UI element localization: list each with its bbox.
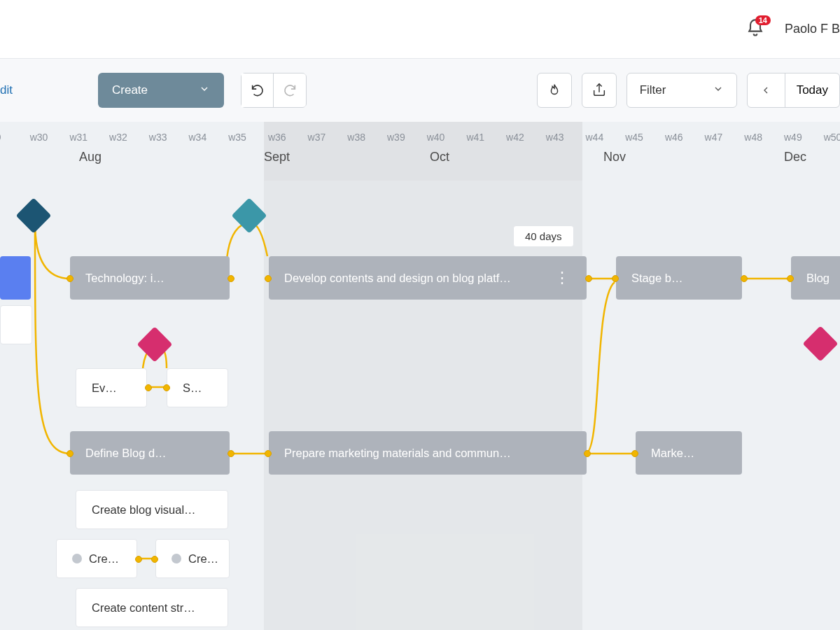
share-icon: [592, 83, 607, 98]
week-label: w46: [665, 132, 683, 143]
week-label: w37: [308, 132, 326, 143]
task-bar[interactable]: Develop contents and design on blog plat…: [269, 256, 587, 300]
connector-port[interactable]: [612, 275, 619, 282]
task-card[interactable]: Create content str…: [76, 588, 228, 627]
undo-redo-group: [241, 73, 307, 108]
connector-port[interactable]: [66, 450, 74, 457]
more-vert-icon[interactable]: ⋮: [547, 269, 571, 287]
task-label: Blog: [806, 272, 830, 285]
task-card[interactable]: S…: [167, 368, 228, 407]
undo-button[interactable]: [241, 74, 274, 107]
flame-icon: [547, 83, 562, 98]
task-card[interactable]: Cre…: [56, 539, 137, 578]
month-label: Oct: [430, 150, 449, 164]
status-dot-icon: [172, 554, 181, 564]
flame-button[interactable]: [537, 73, 572, 108]
task-bar[interactable]: Blog: [791, 256, 840, 300]
connector-port[interactable]: [585, 275, 592, 282]
connector-port[interactable]: [741, 275, 748, 282]
week-label: w31: [69, 132, 88, 143]
task-bar[interactable]: Prepare marketing materials and commun…: [269, 431, 587, 475]
duration-badge: 40 days: [513, 225, 574, 247]
share-button[interactable]: [582, 73, 617, 108]
week-label: w32: [109, 132, 127, 143]
chevron-down-icon: [713, 83, 724, 98]
task-bar[interactable]: Technology: i…: [70, 256, 230, 300]
task-label: Prepare marketing materials and commun…: [284, 447, 511, 460]
week-label: w44: [586, 132, 604, 143]
week-label: w34: [189, 132, 207, 143]
task-card[interactable]: Ev…: [76, 368, 147, 407]
task-bar[interactable]: Define Blog d…: [70, 431, 230, 475]
task-label: Create blog visual…: [92, 503, 196, 517]
notification-badge: 14: [755, 15, 771, 25]
week-label: w47: [705, 132, 723, 143]
task-bar[interactable]: Marke…: [636, 431, 742, 475]
month-label: Aug: [79, 150, 102, 164]
milestone-diamond[interactable]: [137, 327, 173, 363]
connector-port[interactable]: [145, 384, 152, 391]
week-label: w49: [784, 132, 802, 143]
week-label: w41: [466, 132, 484, 143]
timeline-ruler[interactable]: 29w30w31w32w33w34w35w36w37w38w39w40w41w4…: [0, 122, 840, 181]
week-label: w33: [149, 132, 167, 143]
user-name-label[interactable]: Paolo F B: [785, 22, 840, 36]
task-bar[interactable]: [0, 256, 31, 300]
week-label: w45: [625, 132, 643, 143]
week-label: 29: [0, 132, 1, 143]
toolbar: dit Create Filter Today: [0, 59, 840, 122]
connector-port[interactable]: [227, 450, 234, 457]
notifications-button[interactable]: 14: [746, 18, 765, 41]
week-label: w50: [824, 132, 840, 143]
week-label: w42: [506, 132, 524, 143]
task-card[interactable]: Create blog visual…: [76, 490, 228, 529]
week-label: w48: [744, 132, 762, 143]
connector-port[interactable]: [787, 275, 794, 282]
task-label: Cre…: [188, 552, 218, 566]
milestone-diamond[interactable]: [803, 326, 839, 362]
top-bar: 14 Paolo F B: [0, 0, 840, 59]
today-nav-group: Today: [747, 73, 840, 108]
prev-period-button[interactable]: [748, 74, 785, 107]
status-dot-icon: [72, 554, 82, 564]
week-label: w39: [387, 132, 405, 143]
milestone-diamond[interactable]: [232, 198, 267, 234]
task-label: Cre…: [89, 552, 119, 566]
connector-port[interactable]: [631, 450, 638, 457]
connector-port[interactable]: [66, 275, 74, 282]
month-label: Sept: [264, 150, 290, 164]
task-label: Stage b…: [631, 272, 682, 285]
milestone-diamond[interactable]: [16, 198, 52, 234]
connector-port[interactable]: [151, 556, 158, 563]
redo-button: [274, 74, 306, 107]
connector-port[interactable]: [227, 275, 234, 282]
filter-button[interactable]: Filter: [626, 73, 737, 108]
today-button[interactable]: Today: [785, 74, 839, 107]
task-label: Define Blog d…: [85, 447, 167, 460]
week-label: w40: [427, 132, 445, 143]
task-label: S…: [183, 382, 202, 395]
week-label: w38: [347, 132, 365, 143]
week-label: w43: [546, 132, 564, 143]
task-card[interactable]: Cre…: [155, 539, 230, 578]
create-button[interactable]: Create: [98, 73, 224, 108]
week-labels: 29w30w31w32w33w34w35w36w37w38w39w40w41w4…: [0, 132, 840, 146]
connector-port[interactable]: [265, 275, 272, 282]
task-card[interactable]: [0, 305, 32, 344]
task-label: Develop contents and design on blog plat…: [284, 272, 511, 285]
connector-port[interactable]: [135, 556, 142, 563]
week-label: w36: [268, 132, 286, 143]
week-label: w35: [228, 132, 246, 143]
task-label: Marke…: [651, 447, 694, 460]
month-labels: AugSeptOctNovDec: [0, 150, 840, 169]
edit-link[interactable]: dit: [0, 83, 14, 97]
gantt-canvas[interactable]: 40 days Technology: i… Develop contents …: [0, 181, 840, 630]
month-label: Nov: [603, 150, 626, 164]
connector-port[interactable]: [163, 384, 170, 391]
connector-port[interactable]: [584, 450, 591, 457]
task-label: Technology: i…: [85, 272, 164, 285]
connector-port[interactable]: [265, 450, 272, 457]
task-label: Ev…: [92, 382, 117, 395]
task-bar[interactable]: Stage b…: [616, 256, 742, 300]
month-label: Dec: [784, 150, 806, 164]
